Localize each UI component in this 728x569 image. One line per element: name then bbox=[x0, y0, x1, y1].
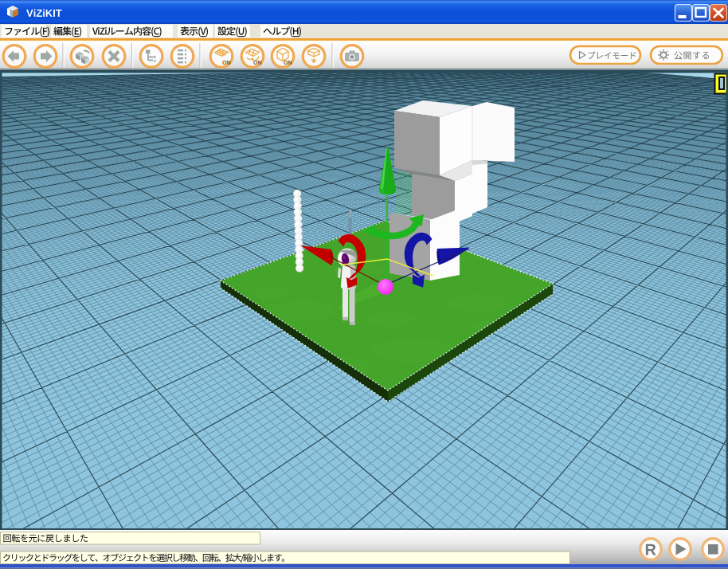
svg-text:ON: ON bbox=[284, 60, 292, 65]
svg-text:ON: ON bbox=[222, 60, 231, 65]
svg-text:ON: ON bbox=[253, 60, 262, 65]
